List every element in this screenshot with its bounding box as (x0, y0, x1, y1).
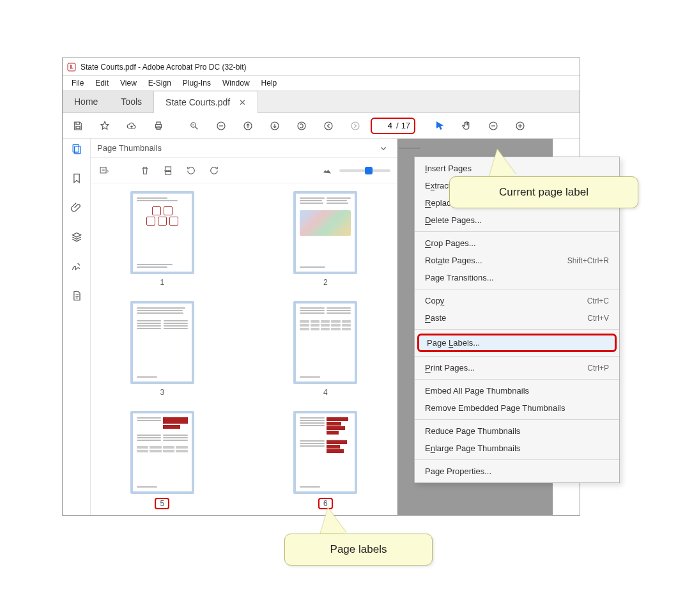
menu-page-properties[interactable]: Page Properties... (415, 463, 619, 480)
save-icon[interactable] (66, 114, 89, 137)
thumbnail-4[interactable]: 4 (293, 301, 357, 403)
callout-current-page: Current page label (449, 176, 638, 208)
svg-rect-1 (76, 126, 80, 128)
down-arrow-icon[interactable] (263, 114, 286, 137)
thumbnail-label: 5 (155, 498, 169, 509)
svg-rect-15 (74, 146, 80, 154)
svg-rect-18 (165, 171, 171, 174)
svg-rect-17 (165, 167, 171, 171)
menu-delete-pages[interactable]: Delete Pages... (415, 212, 619, 229)
thumbnail-label: 4 (323, 388, 328, 397)
insert-page-icon[interactable] (161, 164, 175, 178)
panel-options-icon[interactable] (97, 164, 111, 178)
zoom-in-icon[interactable] (509, 114, 532, 137)
panel-toolbar (91, 158, 397, 183)
document-tab-label: State Courts.pdf (165, 97, 230, 107)
delete-icon[interactable] (138, 164, 152, 178)
home-tab[interactable]: Home (63, 90, 109, 112)
title-bar: State Courts.pdf - Adobe Acrobat Pro DC … (63, 58, 580, 76)
menu-plugins[interactable]: Plug-Ins (178, 77, 216, 89)
thumbnail-6[interactable]: 6 (293, 411, 357, 513)
menu-page-transitions[interactable]: Page Transitions... (415, 269, 619, 286)
menu-view[interactable]: View (115, 77, 142, 89)
page-icon[interactable] (69, 288, 84, 304)
thumbnail-label: 2 (323, 278, 328, 287)
menu-copy[interactable]: CopyCtrl+C (415, 292, 619, 309)
menu-remove-thumbs[interactable]: Remove Embedded Page Thumbnails (415, 399, 619, 417)
thumbnails-icon[interactable] (69, 141, 84, 157)
chevron-down-icon[interactable] (376, 141, 390, 155)
small-thumb-icon (320, 164, 334, 178)
callout-tail (484, 147, 516, 180)
menu-crop-pages[interactable]: Crop Pages... (415, 235, 619, 252)
menu-bar: File Edit View E-Sign Plug-Ins Window He… (63, 76, 580, 90)
selection-cursor-icon[interactable] (428, 114, 451, 137)
prev-page-icon[interactable] (317, 114, 340, 137)
close-tab-icon[interactable]: ✕ (239, 98, 246, 107)
thumbnail-3[interactable]: 3 (130, 301, 194, 403)
zoom-out-icon[interactable] (482, 114, 505, 137)
page-total: 17 (401, 121, 410, 130)
svg-rect-3 (157, 122, 160, 125)
slider-handle[interactable] (365, 167, 373, 174)
thumbnail-2[interactable]: 2 (293, 191, 357, 293)
app-window: State Courts.pdf - Adobe Acrobat Pro DC … (62, 58, 580, 516)
menu-rotate-pages[interactable]: Rotate Pages...Shift+Ctrl+R (415, 252, 619, 269)
panel-title: Page Thumbnails (97, 143, 162, 153)
search-icon[interactable] (183, 114, 206, 137)
menu-esign[interactable]: E-Sign (143, 77, 176, 89)
thumbnails-grid: 1 2 (91, 183, 397, 515)
slider-track[interactable] (339, 169, 390, 172)
thumbnails-panel: Page Thumbnails (91, 139, 397, 515)
svg-rect-14 (73, 144, 79, 152)
up-arrow-icon[interactable] (236, 114, 259, 137)
cloud-upload-icon[interactable] (120, 114, 143, 137)
zoom-out-circle-icon[interactable] (210, 114, 233, 137)
thumbnail-size-slider[interactable] (320, 164, 390, 178)
svg-point-11 (351, 122, 359, 130)
menu-page-labels[interactable]: Page Labels... (417, 334, 617, 352)
bookmark-icon[interactable] (69, 171, 84, 186)
thumbnail-label: 1 (160, 278, 164, 287)
menu-reduce-thumbs[interactable]: Reduce Page Thumbnails (415, 422, 619, 440)
menu-enlarge-thumbs[interactable]: Enlarge Page Thumbnails (415, 440, 619, 457)
next-page-icon[interactable] (344, 114, 367, 137)
thumbnail-1[interactable]: 1 (130, 191, 194, 293)
menu-embed-thumbs[interactable]: Embed All Page Thumbnails (415, 382, 619, 399)
rotate-cw-icon[interactable] (207, 164, 221, 178)
layers-icon[interactable] (69, 229, 84, 245)
menu-insert-pages[interactable]: Insert Pages (415, 160, 619, 177)
page-navigator: / 17 (371, 118, 415, 134)
menu-window[interactable]: Window (217, 77, 255, 89)
tabs-bar: Home Tools State Courts.pdf ✕ (63, 90, 580, 113)
svg-point-10 (325, 122, 332, 130)
loop-icon[interactable] (290, 114, 313, 137)
page-number-input[interactable] (376, 120, 394, 131)
thumbnail-label: 3 (160, 388, 164, 397)
menu-help[interactable]: Help (256, 77, 282, 89)
menu-edit[interactable]: Edit (90, 77, 114, 89)
hand-tool-icon[interactable] (455, 114, 478, 137)
svg-point-9 (298, 122, 305, 130)
attachment-icon[interactable] (69, 200, 84, 215)
acrobat-icon (66, 62, 77, 72)
rotate-ccw-icon[interactable] (184, 164, 198, 178)
print-icon[interactable] (147, 114, 170, 137)
thumbnail-5[interactable]: 5 (130, 411, 194, 513)
window-title: State Courts.pdf - Adobe Acrobat Pro DC … (81, 63, 246, 72)
panel-header: Page Thumbnails (91, 139, 397, 158)
star-icon[interactable] (93, 114, 116, 137)
svg-rect-16 (100, 167, 106, 173)
callout-tail (314, 505, 347, 538)
tools-tab[interactable]: Tools (109, 90, 153, 112)
menu-paste[interactable]: PasteCtrl+V (415, 309, 619, 327)
sign-icon[interactable] (69, 259, 84, 274)
scroll-indicator (399, 139, 420, 149)
document-tab[interactable]: State Courts.pdf ✕ (153, 91, 258, 113)
callout-page-labels: Page labels (284, 534, 433, 566)
menu-file[interactable]: File (66, 77, 89, 89)
nav-rail (63, 139, 91, 515)
page-separator: / (396, 121, 399, 130)
page-indicator: / 17 (371, 118, 415, 134)
menu-print-pages[interactable]: Print Pages...Ctrl+P (415, 359, 619, 376)
